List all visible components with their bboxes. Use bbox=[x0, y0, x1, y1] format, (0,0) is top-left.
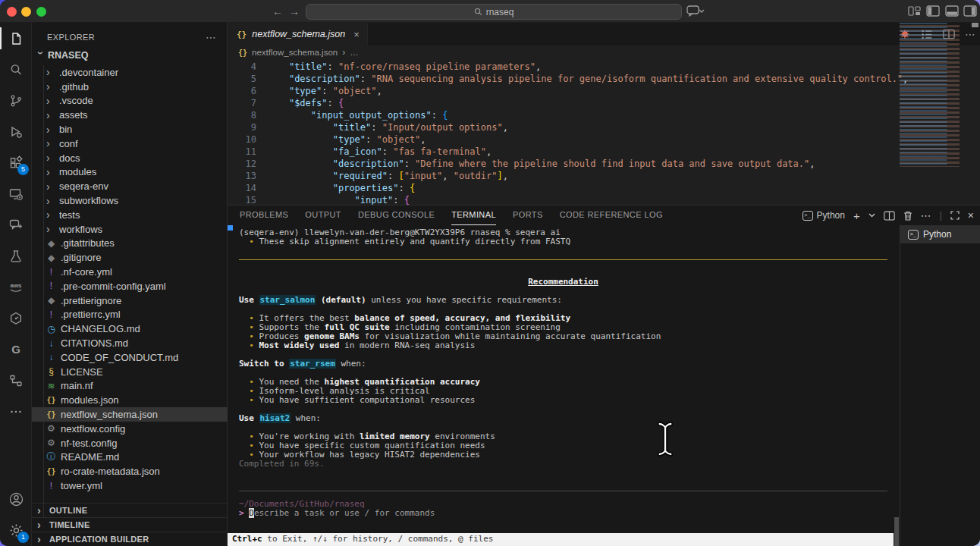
terminal-line: Switch to star_rsem when: bbox=[239, 359, 887, 369]
tree-item-CHANGELOG.md[interactable]: ◷CHANGELOG.md bbox=[32, 322, 228, 336]
tree-item-.vscode[interactable]: ›.vscode bbox=[32, 94, 228, 108]
code-text: "type": "object", bbox=[267, 85, 382, 97]
trash-icon[interactable] bbox=[903, 211, 912, 221]
zoom-traffic-light[interactable] bbox=[36, 7, 46, 17]
tab-label: nextflow_schema.json bbox=[252, 29, 345, 39]
tree-item-conf[interactable]: ›conf bbox=[32, 136, 228, 151]
tree-item-assets[interactable]: ›assets bbox=[32, 108, 228, 122]
ai-hint-bar: Ctrl+c to Exit, ↑/↓ for history, / comma… bbox=[228, 533, 894, 546]
terminal-list-item-python[interactable]: >_ Python bbox=[900, 225, 980, 243]
terminal-scrollbar-thumb[interactable] bbox=[894, 517, 899, 546]
breadcrumb-file[interactable]: nextflow_schema.json bbox=[252, 48, 338, 57]
toggle-sidebar-left-icon[interactable] bbox=[926, 5, 940, 17]
tree-item-.gitignore[interactable]: ◆.gitignore bbox=[32, 250, 228, 265]
close-traffic-light[interactable] bbox=[7, 7, 17, 17]
activity-extensions[interactable]: 5 bbox=[0, 147, 32, 178]
maximize-icon[interactable] bbox=[950, 211, 960, 220]
section-outline[interactable]: ›OUTLINE bbox=[32, 503, 228, 517]
tree-item-CODE_OF_CONDUCT.md[interactable]: ↓CODE_OF_CONDUCT.md bbox=[32, 350, 228, 365]
tree-item-nextflow_schema.json[interactable]: {}nextflow_schema.json bbox=[32, 407, 228, 422]
hexagon-icon bbox=[8, 311, 24, 326]
tree-item-.github[interactable]: ›.github bbox=[32, 80, 228, 94]
tree-item-modules[interactable]: ›modules bbox=[32, 165, 228, 180]
tree-item-.prettierrc.yml[interactable]: !.prettierrc.yml bbox=[32, 308, 228, 322]
activity-source-control[interactable] bbox=[0, 85, 32, 116]
editor-scrollbar-thumb[interactable] bbox=[972, 23, 978, 27]
more-icon[interactable]: ⋯ bbox=[921, 209, 931, 221]
tree-item-docs[interactable]: ›docs bbox=[32, 151, 228, 165]
breadcrumb-more[interactable]: … bbox=[350, 48, 359, 57]
minimap[interactable] bbox=[900, 23, 969, 167]
nav-forward-icon[interactable]: → bbox=[289, 5, 300, 18]
minimize-traffic-light[interactable] bbox=[21, 7, 31, 17]
svg-text:G: G bbox=[11, 343, 20, 356]
git-file-icon: ◆ bbox=[46, 253, 56, 263]
file-label: .gitignore bbox=[61, 252, 101, 263]
aws-icon: aws bbox=[7, 280, 25, 295]
tree-item-seqera-env[interactable]: ›seqera-env bbox=[32, 179, 228, 193]
code-editor[interactable]: 4 "title": "nf-core/rnaseq pipeline para… bbox=[228, 59, 980, 205]
panel-tab-ports[interactable]: PORTS bbox=[513, 206, 543, 225]
panel-tab-problems[interactable]: PROBLEMS bbox=[240, 206, 288, 225]
tree-item-.prettierignore[interactable]: ◆.prettierignore bbox=[32, 293, 228, 308]
file-label: nextflow.config bbox=[61, 423, 125, 435]
activity-aws[interactable]: aws bbox=[0, 271, 32, 303]
new-terminal-icon[interactable]: + bbox=[853, 209, 860, 222]
tree-item-nf-test.config[interactable]: ⚙nf-test.config bbox=[32, 436, 228, 450]
close-tab-icon[interactable]: × bbox=[353, 29, 360, 40]
terminal-scrollbar[interactable] bbox=[894, 225, 900, 546]
panel-tab-code-reference-log[interactable]: CODE REFERENCE LOG bbox=[560, 206, 663, 225]
tree-item-ro-crate-metadata.json[interactable]: {}ro-crate-metadata.json bbox=[32, 464, 228, 479]
activity-accounts[interactable] bbox=[0, 484, 32, 515]
activity-testing[interactable] bbox=[0, 240, 32, 271]
activity-more-views[interactable] bbox=[0, 396, 32, 427]
shell-selector[interactable]: >_ Python bbox=[803, 210, 845, 221]
tree-item-README.md[interactable]: ⓘREADME.md bbox=[32, 450, 228, 465]
toggle-sidebar-right-icon[interactable] bbox=[963, 5, 977, 17]
split-terminal-icon[interactable] bbox=[884, 211, 895, 221]
tree-item-modules.json[interactable]: {}modules.json bbox=[32, 393, 228, 407]
tree-item-LICENSE[interactable]: §LICENSE bbox=[32, 365, 228, 379]
tree-item-workflows[interactable]: ›workflows bbox=[32, 222, 228, 237]
activity-explorer[interactable] bbox=[0, 23, 32, 54]
activity-diagram-tool[interactable] bbox=[0, 365, 32, 396]
tree-item-.pre-commit-config.yaml[interactable]: !.pre-commit-config.yaml bbox=[32, 279, 228, 293]
tree-item-subworkflows[interactable]: ›subworkflows bbox=[32, 193, 228, 208]
activity-search[interactable] bbox=[0, 54, 32, 85]
explorer-more-icon[interactable]: ⋯ bbox=[206, 31, 217, 43]
panel-tab-debug-console[interactable]: DEBUG CONSOLE bbox=[358, 206, 435, 225]
section-application-builder[interactable]: ›APPLICATION BUILDER bbox=[32, 532, 228, 546]
editor-scrollbar[interactable] bbox=[970, 23, 980, 168]
activity-remote-explorer[interactable] bbox=[0, 178, 32, 209]
close-icon[interactable]: × bbox=[968, 209, 974, 221]
panel-tab-output[interactable]: OUTPUT bbox=[305, 206, 341, 225]
chevron-down-icon[interactable] bbox=[868, 213, 875, 218]
tree-item-.nf-core.yml[interactable]: !.nf-core.yml bbox=[32, 265, 228, 279]
breadcrumb[interactable]: {} nextflow_schema.json › … bbox=[228, 46, 980, 59]
folder-label: bin bbox=[59, 124, 72, 135]
activity-hexagon-tool[interactable] bbox=[0, 303, 32, 334]
tree-item-bin[interactable]: ›bin bbox=[32, 122, 228, 136]
tree-item-nextflow.config[interactable]: ⚙nextflow.config bbox=[32, 422, 228, 436]
tree-item-tower.yml[interactable]: !tower.yml bbox=[32, 479, 228, 493]
terminal-output[interactable]: (seqera-env) llewelyn-van-der-berg@KTW2Y… bbox=[228, 225, 894, 546]
tree-item-CITATIONS.md[interactable]: ↓CITATIONS.md bbox=[32, 336, 228, 350]
tab-nextflow-schema[interactable]: {} nextflow_schema.json × bbox=[228, 23, 368, 46]
tree-item-tests[interactable]: ›tests bbox=[32, 208, 228, 222]
command-center-search[interactable]: rnaseq bbox=[306, 4, 682, 20]
panel-tab-terminal[interactable]: TERMINAL bbox=[451, 206, 496, 225]
activity-gitlens[interactable]: G bbox=[0, 334, 32, 365]
tree-item-.devcontainer[interactable]: ›.devcontainer bbox=[32, 65, 228, 80]
customize-layout-icon[interactable] bbox=[908, 5, 921, 17]
activity-chat[interactable] bbox=[0, 209, 32, 240]
section-timeline[interactable]: ›TIMELINE bbox=[32, 517, 228, 532]
project-root-row[interactable]: › RNASEQ bbox=[32, 47, 228, 64]
tree-item-main.nf[interactable]: ≋main.nf bbox=[32, 379, 228, 394]
file-label: nf-test.config bbox=[61, 438, 117, 449]
activity-settings[interactable]: 1 bbox=[0, 515, 32, 546]
nav-back-icon[interactable]: ← bbox=[272, 5, 283, 18]
activity-run-debug[interactable] bbox=[0, 116, 32, 147]
tree-item-.gitattributes[interactable]: ◆.gitattributes bbox=[32, 237, 228, 251]
chat-dropdown-icon[interactable] bbox=[686, 5, 706, 17]
toggle-panel-icon[interactable] bbox=[945, 5, 959, 17]
